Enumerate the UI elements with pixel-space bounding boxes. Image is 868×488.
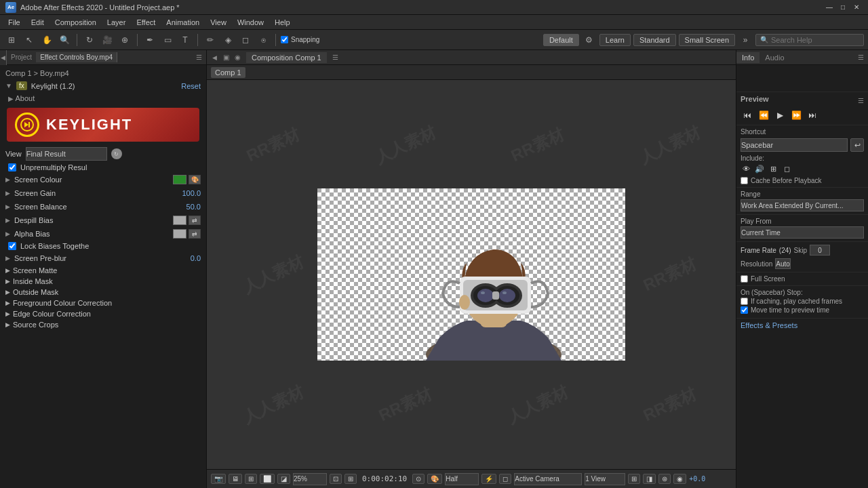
workspace-settings-icon[interactable]: ⚙ — [582, 33, 597, 47]
despill-swatch1[interactable] — [173, 216, 186, 225]
share-btn[interactable]: ⊛ — [658, 474, 671, 484]
skip-input[interactable] — [810, 245, 830, 256]
menu-effect[interactable]: Effect — [131, 17, 161, 28]
screen-balance-value[interactable]: 50.0 — [186, 203, 201, 211]
hand-tool[interactable]: ✋ — [39, 33, 54, 47]
minimize-button[interactable]: — — [823, 1, 835, 14]
menu-file[interactable]: File — [3, 17, 26, 28]
screen-balance-expand[interactable]: ▶ — [5, 203, 10, 210]
resolution-select[interactable]: Auto Full Half — [775, 258, 791, 269]
menu-view[interactable]: View — [205, 17, 232, 28]
workspace-default[interactable]: Default — [543, 34, 579, 46]
camera-tool[interactable]: 🎥 — [100, 33, 115, 47]
menu-layer[interactable]: Layer — [102, 17, 132, 28]
menu-composition[interactable]: Composition — [50, 17, 102, 28]
snapshot-btn[interactable]: 📷 — [211, 474, 226, 484]
screen-matte-section[interactable]: ▶ Screen Matte — [3, 265, 203, 276]
source-crops-section[interactable]: ▶ Source Crops — [3, 319, 203, 330]
effects-presets-link[interactable]: Effects & Presets — [736, 319, 868, 332]
audio-include-icon[interactable]: 🔊 — [754, 163, 765, 174]
zoom-tool[interactable]: 🔍 — [57, 33, 72, 47]
camera-dropdown[interactable]: Active Camera — [514, 473, 582, 485]
audio-tab[interactable]: Audio — [760, 52, 789, 63]
range-dropdown[interactable]: Work Area Extended By Current... Work Ar… — [741, 199, 864, 211]
zoom-dropdown[interactable]: 25%50%100% — [293, 473, 327, 485]
workspace-expand-icon[interactable]: » — [738, 33, 753, 47]
video-include-icon[interactable]: 👁 — [741, 163, 751, 174]
preview-menu[interactable]: ☰ — [858, 97, 864, 104]
info-tab[interactable]: Info — [736, 52, 760, 63]
screen-preblur-value[interactable]: 0.0 — [191, 254, 201, 262]
shortcut-dropdown[interactable]: Spacebar — [741, 138, 848, 152]
effect-controls-tab[interactable]: Effect Controls Boy.mp4 — [36, 52, 117, 62]
reset-button[interactable]: Reset — [181, 82, 201, 90]
despill-bias-expand[interactable]: ▶ — [5, 217, 10, 224]
about-arrow[interactable]: ▶ — [8, 95, 14, 102]
despill-btn[interactable]: ⇄ — [189, 216, 201, 225]
fg-colour-correction-section[interactable]: ▶ Foreground Colour Correction — [3, 298, 203, 308]
render-btn[interactable]: ◻ — [499, 474, 511, 484]
shutter-btn[interactable]: ⊙ — [412, 474, 425, 484]
shortcut-reset-btn[interactable]: ↩ — [850, 138, 864, 152]
reset-view-btn[interactable]: ◉ — [673, 474, 686, 484]
screen-colour-picker[interactable]: 🎨 — [189, 175, 201, 184]
transparency-btn[interactable]: ◪ — [277, 474, 290, 484]
menu-help[interactable]: Help — [269, 17, 296, 28]
pixel-aspect-btn[interactable]: ⊞ — [344, 474, 357, 484]
text-tool[interactable]: T — [178, 33, 193, 47]
menu-animation[interactable]: Animation — [161, 17, 205, 28]
alpha-bias-expand[interactable]: ▶ — [5, 230, 10, 237]
composition-tab[interactable]: Composition Comp 1 — [246, 52, 327, 63]
screen-preblur-expand[interactable]: ▶ — [5, 255, 10, 262]
step-forward-btn[interactable]: ⏩ — [789, 108, 803, 122]
search-input[interactable] — [771, 36, 852, 44]
screen-colour-expand[interactable]: ▶ — [5, 176, 10, 183]
menu-edit[interactable]: Edit — [26, 17, 50, 28]
workspace-learn[interactable]: Learn — [599, 34, 631, 46]
snapping-checkbox[interactable] — [281, 36, 288, 43]
screen-colour-swatch[interactable] — [173, 175, 186, 184]
step-back-btn[interactable]: ⏪ — [757, 108, 770, 122]
unpremultiply-checkbox[interactable] — [8, 163, 16, 171]
monitor-btn[interactable]: 🖥 — [229, 474, 242, 484]
select-tool[interactable]: ↖ — [22, 33, 37, 47]
anchor-tool[interactable]: ⊕ — [117, 33, 132, 47]
inside-mask-section[interactable]: ▶ Inside Mask — [3, 276, 203, 287]
fit-btn[interactable]: ⊡ — [330, 474, 342, 484]
maximize-button[interactable]: □ — [837, 1, 849, 14]
skip-to-end-btn[interactable]: ⏭ — [806, 108, 819, 122]
comp-tab-menu[interactable]: ☰ — [332, 54, 338, 61]
move-time-checkbox[interactable] — [741, 306, 748, 314]
right-panel-menu[interactable]: ☰ — [854, 52, 868, 62]
alpha-swatch1[interactable] — [173, 229, 186, 239]
view-dropdown[interactable]: Final Result Screen Matte Intermediate R… — [26, 147, 107, 161]
view-more-btn[interactable]: ⊞ — [628, 474, 640, 484]
if-caching-checkbox[interactable] — [741, 298, 748, 305]
cache-checkbox[interactable] — [741, 177, 748, 184]
skip-to-start-btn[interactable]: ⏮ — [741, 108, 754, 122]
rotate-tool[interactable]: ↻ — [82, 33, 97, 47]
outside-mask-section[interactable]: ▶ Outside Mask — [3, 287, 203, 298]
expand-effect-icon[interactable]: ▼ — [5, 82, 12, 89]
color-mgmt-btn[interactable]: 🎨 — [427, 474, 442, 484]
output-btn[interactable]: ◨ — [643, 474, 656, 484]
view-layout-dropdown[interactable]: 1 View — [585, 473, 625, 485]
grid-btn[interactable]: ⊞ — [245, 474, 257, 484]
play-btn[interactable]: ▶ — [773, 108, 787, 122]
comp1-breadcrumb[interactable]: Comp 1 — [211, 67, 245, 78]
lock-biases-checkbox[interactable] — [8, 242, 16, 250]
edge-colour-correction-section[interactable]: ▶ Edge Colour Correction — [3, 308, 203, 319]
brush-tool[interactable]: ✏ — [203, 33, 218, 47]
resolution-dropdown[interactable]: HalfFullQuarter — [445, 473, 479, 485]
full-screen-checkbox[interactable] — [741, 275, 748, 283]
depth-include-icon[interactable]: ⊞ — [768, 163, 778, 174]
safe-zones-btn[interactable]: ⬜ — [260, 474, 275, 484]
view-cycle-icon[interactable]: ↻ — [111, 148, 122, 159]
panel-collapse-btn[interactable]: ◀ — [0, 50, 7, 65]
eraser-tool[interactable]: ◻ — [238, 33, 253, 47]
home-tool[interactable]: ⊞ — [4, 33, 19, 47]
puppet-tool[interactable]: ⍟ — [256, 33, 271, 47]
fast-preview-btn[interactable]: ⚡ — [481, 474, 496, 484]
stamp-tool[interactable]: ◈ — [220, 33, 235, 47]
shape-tool[interactable]: ▭ — [160, 33, 175, 47]
